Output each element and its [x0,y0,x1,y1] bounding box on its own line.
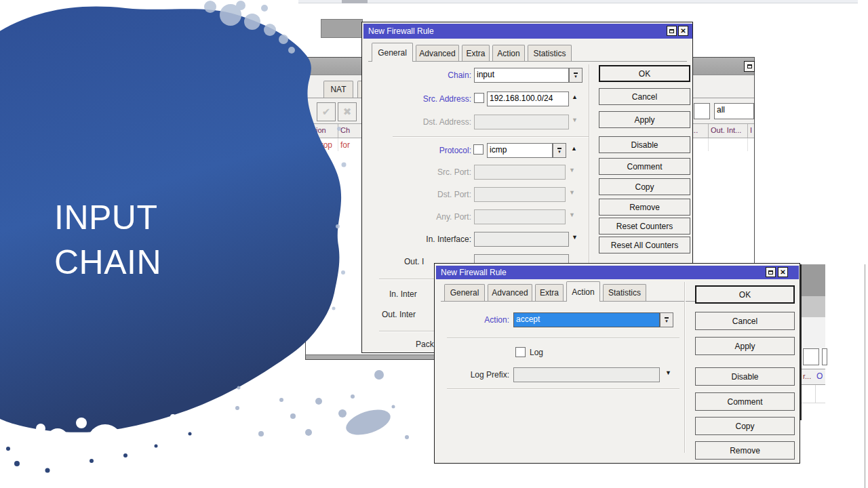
tab-extra[interactable]: Extra [462,45,490,61]
close-icon: ✕ [780,269,785,276]
maximize-icon [768,270,773,274]
comment-button-label: Comment [627,162,662,171]
slide-title-line2: CHAIN [54,240,161,285]
apply-button-label: Apply [634,115,654,125]
comment-button[interactable]: Comment [599,158,690,175]
close-button[interactable]: ✕ [778,267,788,277]
dst-port-label: Dst. Port: [376,190,471,199]
action-input[interactable]: accept [513,312,660,327]
firewall-rule-dialog-action: New Firewall Rule ✕ General Advanced Ext… [434,263,800,464]
filter-box[interactable] [694,103,710,119]
protocol-dropdown-button[interactable]: ▼ [553,143,566,158]
protocol-value: icmp [490,145,507,155]
tab-statistics-label: Statistics [608,288,641,298]
close-icon: ✕ [680,28,686,35]
up-arrow-icon[interactable]: ▲ [572,94,578,100]
protocol-checkbox[interactable] [473,144,484,155]
log-prefix-input[interactable] [513,367,660,382]
grid-line [747,138,748,151]
log-label: Log [530,348,543,357]
remove-button-label: Remove [730,446,760,455]
copy-button-label: Copy [735,422,754,431]
column-header-i[interactable]: I [750,126,752,134]
tab-statistics[interactable]: Statistics [528,45,572,61]
maximize-button[interactable] [667,26,677,36]
reset-counters-button[interactable]: Reset Counters [599,218,690,235]
side-column-header-o[interactable]: O [816,371,823,381]
down-arrow-icon[interactable]: ▼ [569,212,575,218]
down-arrow-icon[interactable]: ▼ [572,235,578,241]
tab-statistics[interactable]: Statistics [603,284,646,301]
down-arrow-icon[interactable]: ▼ [569,167,575,174]
side-window-toolbar [802,296,825,317]
tab-extra[interactable]: Extra [535,284,564,301]
chain-input[interactable]: input [474,68,569,83]
tab-advanced[interactable]: Advanced [416,45,459,61]
tab-general[interactable]: General [372,43,413,62]
slide-title-line1: INPUT [54,195,161,240]
dropdown-icon: ▼ [557,148,561,154]
src-address-checkbox[interactable] [474,93,484,103]
disable-button-label: Disable [631,140,658,150]
src-address-input[interactable]: 192.168.100.0/24 [487,92,569,106]
any-port-input[interactable] [474,209,566,224]
dialog1-titlebar[interactable]: New Firewall Rule [363,24,692,39]
maximize-button[interactable] [766,267,776,277]
ok-button[interactable]: OK [695,285,795,304]
down-arrow-icon[interactable]: ▼ [569,190,575,196]
comment-button[interactable]: Comment [695,392,795,411]
disable-button[interactable]: Disable [599,136,690,153]
column-divider[interactable] [708,124,709,138]
copy-button[interactable]: Copy [599,178,690,195]
copy-button[interactable]: Copy [695,417,795,435]
side-list-body [802,385,825,422]
tab-action-label: Action [572,287,594,297]
protocol-input[interactable]: icmp [487,143,553,158]
dst-port-input[interactable] [474,187,566,202]
ok-button-label: OK [639,69,650,79]
side-column-header-r[interactable]: r... [803,372,811,380]
dialog2-titlebar[interactable]: New Firewall Rule [436,266,799,279]
tab-baseline [368,61,687,62]
filter-chain-select[interactable]: all [714,103,754,119]
close-button[interactable]: ✕ [678,26,688,36]
dst-address-input[interactable] [474,115,569,129]
src-port-input[interactable] [474,165,566,180]
up-arrow-icon[interactable]: ▲ [571,146,577,152]
remove-button[interactable]: Remove [695,441,795,460]
action-dropdown-button[interactable]: ▼ [660,312,673,327]
apply-button[interactable]: Apply [599,111,690,128]
reset-all-counters-button[interactable]: Reset All Counters [599,237,690,253]
tab-advanced[interactable]: Advanced [488,284,532,301]
tab-general[interactable]: General [444,284,485,301]
column-header-out-int[interactable]: Out. Int... [711,126,741,134]
chain-label: Chain: [376,70,471,80]
cancel-button[interactable]: Cancel [695,312,795,330]
apply-button[interactable]: Apply [695,337,795,355]
disable-button[interactable]: Disable [695,367,795,386]
side-window-right-edge [865,264,865,488]
out-interface-list-label: Out. Inter [382,310,416,319]
in-interface-label: In. Interface: [376,235,471,244]
tab-general-label: General [450,288,479,298]
maximize-button[interactable] [744,61,755,72]
remove-button[interactable]: Remove [599,199,690,216]
down-arrow-icon[interactable]: ▼ [572,117,578,123]
tab-action[interactable]: Action [566,281,600,302]
tab-advanced-label: Advanced [419,49,455,58]
slide-canvas: NAT M ✔ ✖ all tion Ch r... Out. Int... I… [0,0,868,488]
log-checkbox[interactable] [515,347,526,357]
comment-button-label: Comment [727,397,762,407]
side-grid-line [802,403,825,403]
in-interface-input[interactable] [474,232,569,247]
action-label: Action: [455,315,509,325]
separator [393,136,589,138]
chain-dropdown-button[interactable]: ▼ [569,68,583,83]
column-divider[interactable] [747,124,748,138]
tab-action[interactable]: Action [492,45,525,61]
cancel-button[interactable]: Cancel [599,88,690,105]
down-arrow-icon[interactable]: ▼ [665,370,671,376]
ok-button[interactable]: OK [599,65,690,82]
cancel-button-label: Cancel [632,92,657,102]
side-filter-box[interactable] [803,348,819,365]
